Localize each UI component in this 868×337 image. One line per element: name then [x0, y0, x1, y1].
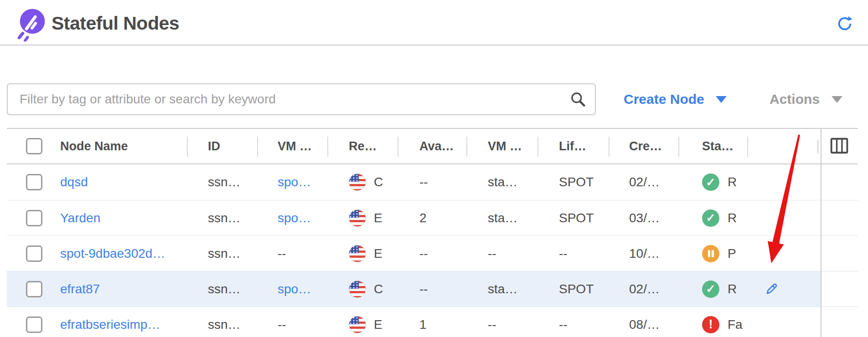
status-icon — [702, 245, 719, 262]
column-header-lifecycle[interactable]: Lif… — [538, 129, 610, 163]
table-body: dqsd ssn… spo… C -- sta… SPOT 02/… R — [7, 164, 857, 337]
refresh-button[interactable] — [836, 15, 853, 32]
row-checkbox[interactable] — [26, 245, 42, 262]
column-header-id[interactable]: ID — [188, 129, 258, 163]
node-id: ssn… — [208, 175, 241, 189]
vm-size-value: sta… — [488, 282, 517, 296]
create-node-button[interactable]: Create Node — [624, 83, 727, 115]
region-value: C — [374, 282, 383, 296]
vm-name-link[interactable]: spo… — [278, 282, 311, 296]
availability-value: 1 — [419, 317, 427, 332]
availability-value: 2 — [419, 211, 427, 225]
column-header-created[interactable]: Cre… — [610, 129, 679, 163]
edit-node-button[interactable] — [764, 281, 780, 297]
availability-value: -- — [419, 246, 428, 261]
us-flag-icon — [349, 174, 366, 191]
availability-value: -- — [419, 282, 428, 296]
spot-logo-icon — [12, 6, 46, 41]
created-at-value: 08/… — [629, 317, 660, 332]
status-text: R — [728, 175, 737, 189]
actions-button[interactable]: Actions — [770, 83, 842, 115]
table-row[interactable]: spot-9dbae302d… ssn… -- E -- -- -- 10/… … — [7, 235, 857, 271]
pencil-icon — [765, 281, 779, 296]
create-node-caret-down-icon — [716, 96, 727, 103]
status-text: P — [728, 246, 736, 261]
node-name-link[interactable]: efrat87 — [60, 282, 100, 296]
us-flag-icon — [349, 209, 366, 227]
table-row[interactable]: efrat87 ssn… spo… C -- sta… SPOT 02/… R — [7, 271, 857, 306]
region-value: E — [374, 246, 382, 261]
table-row[interactable]: dqsd ssn… spo… C -- sta… SPOT 02/… R — [7, 164, 857, 200]
region-value: E — [374, 317, 382, 332]
lifecycle-value: SPOT — [559, 282, 594, 296]
status-icon — [702, 316, 719, 333]
lifecycle-value: SPOT — [559, 211, 594, 225]
status-icon — [702, 209, 719, 227]
node-name-link[interactable]: spot-9dbae302d… — [60, 246, 165, 261]
node-name-link[interactable]: Yarden — [60, 211, 100, 225]
column-header-actions-empty — [748, 129, 821, 163]
table-row[interactable]: Yarden ssn… spo… E 2 sta… SPOT 03/… R — [7, 200, 857, 235]
us-flag-icon — [349, 245, 366, 262]
status-text: Fa — [728, 317, 743, 332]
vm-size-value: sta… — [488, 175, 517, 189]
node-id: ssn… — [208, 246, 241, 261]
refresh-icon — [836, 15, 853, 32]
nodes-table: Node Name ID VM … Re… Ava… VM … Lif… Cre… — [7, 128, 858, 337]
column-header-status[interactable]: Sta… — [679, 129, 748, 163]
us-flag-icon — [349, 281, 366, 298]
lifecycle-value: -- — [559, 317, 568, 332]
filter-search-box — [7, 83, 596, 115]
picker-column-spacer — [821, 164, 858, 200]
actions-caret-down-icon — [832, 96, 842, 103]
node-name-link[interactable]: efratbseriesimp… — [60, 317, 160, 332]
column-picker-button[interactable] — [830, 138, 849, 155]
status-text: R — [728, 211, 737, 225]
column-header-region[interactable]: Re… — [328, 129, 398, 163]
column-header-vm-size[interactable]: VM … — [467, 129, 538, 163]
picker-column-spacer — [821, 236, 858, 271]
lifecycle-value: SPOT — [559, 175, 594, 189]
search-input[interactable] — [8, 84, 595, 114]
row-checkbox[interactable] — [26, 317, 42, 333]
status-icon — [702, 281, 719, 298]
created-at-value: 02/… — [629, 175, 660, 189]
status-text: R — [728, 282, 737, 296]
vm-name-link[interactable]: spo… — [278, 211, 311, 225]
status-icon — [702, 174, 719, 191]
picker-column-divider — [821, 129, 822, 337]
app-header: Stateful Nodes — [0, 0, 868, 46]
page-title: Stateful Nodes — [52, 13, 179, 34]
row-checkbox[interactable] — [26, 210, 42, 226]
create-node-label: Create Node — [624, 92, 704, 107]
picker-column-spacer — [821, 200, 858, 235]
column-header-availability[interactable]: Ava… — [398, 129, 467, 163]
availability-value: -- — [419, 175, 428, 189]
node-id: ssn… — [208, 282, 241, 296]
picker-column-spacer — [821, 271, 858, 306]
actions-label: Actions — [770, 92, 820, 107]
region-value: C — [374, 175, 383, 189]
column-header-vm-name[interactable]: VM … — [258, 129, 328, 163]
created-at-value: 02/… — [629, 282, 660, 296]
column-header-node-name[interactable]: Node Name — [7, 129, 188, 163]
search-icon[interactable] — [569, 91, 587, 108]
table-row[interactable]: efratbseriesimp… ssn… -- E 1 -- -- 08/… … — [7, 306, 857, 337]
node-name-link[interactable]: dqsd — [60, 175, 88, 189]
node-id: ssn… — [208, 317, 241, 332]
created-at-value: 03/… — [629, 211, 660, 225]
row-checkbox[interactable] — [26, 174, 42, 190]
lifecycle-value: -- — [559, 246, 568, 261]
table-columns-icon — [830, 138, 848, 154]
column-picker-cell — [821, 129, 858, 163]
vm-name-link: -- — [278, 317, 286, 332]
vm-name-link: -- — [278, 246, 286, 261]
stateful-nodes-page: Stateful Nodes Create Node Actions Node … — [0, 0, 868, 337]
select-all-checkbox[interactable] — [26, 138, 42, 154]
vm-size-value: sta… — [488, 211, 517, 225]
row-checkbox[interactable] — [26, 281, 42, 297]
vm-size-value: -- — [488, 317, 496, 332]
us-flag-icon — [349, 316, 366, 333]
created-at-value: 10/… — [629, 246, 660, 261]
vm-name-link[interactable]: spo… — [278, 175, 311, 189]
